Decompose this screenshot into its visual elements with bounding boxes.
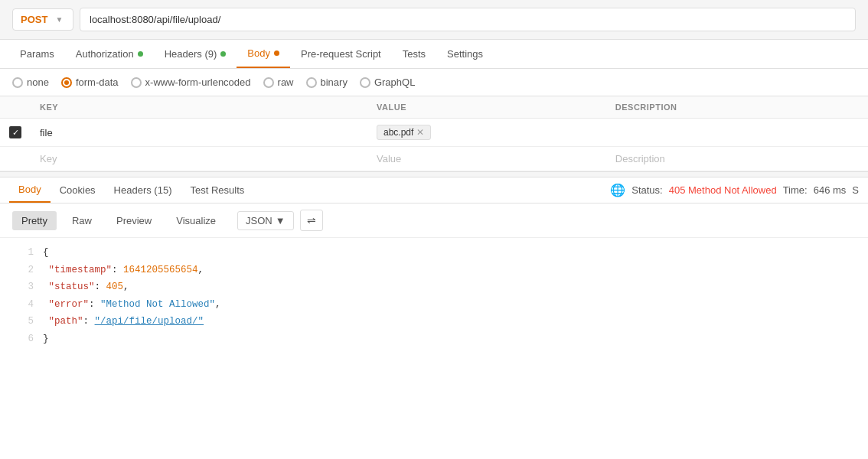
radio-x-www[interactable]: x-www-form-urlencoded xyxy=(131,76,251,88)
headers-dot xyxy=(220,51,226,57)
row-key-cell[interactable]: file xyxy=(31,119,367,147)
col-key: KEY xyxy=(31,96,367,119)
empty-value-cell[interactable]: Value xyxy=(367,147,606,171)
globe-icon: 🌐 xyxy=(610,183,625,197)
tab-pre-request[interactable]: Pre-request Script xyxy=(290,41,392,67)
radio-graphql-circle xyxy=(360,77,370,88)
table-empty-row: Key Value Description xyxy=(0,147,868,171)
status-badge: 405 Method Not Allowed xyxy=(669,184,777,196)
tab-params[interactable]: Params xyxy=(9,41,65,67)
json-line-3: 3 "status": 405, xyxy=(12,278,856,296)
col-check xyxy=(0,96,31,119)
json-line-1: 1{ xyxy=(12,244,856,262)
empty-description-cell[interactable]: Description xyxy=(606,147,868,171)
section-divider xyxy=(0,171,868,177)
url-bar: POST ▼ xyxy=(0,0,868,40)
time-value: 646 ms xyxy=(814,184,847,196)
response-toolbar: Pretty Raw Preview Visualize JSON ▼ ⇌ xyxy=(0,203,868,238)
body-dot xyxy=(274,50,279,56)
json-line-6: 6} xyxy=(12,330,856,348)
method-label: POST xyxy=(21,14,47,25)
radio-raw-circle xyxy=(263,77,274,88)
wrap-icon: ⇌ xyxy=(307,214,316,226)
radio-binary[interactable]: binary xyxy=(306,76,348,88)
checkbox-checked-icon: ✓ xyxy=(9,126,21,138)
time-label: Time: xyxy=(783,184,808,196)
response-tab-headers[interactable]: Headers (15) xyxy=(105,178,181,202)
method-chevron-icon: ▼ xyxy=(55,15,63,24)
view-btn-raw[interactable]: Raw xyxy=(63,211,101,230)
kv-table-header: KEY VALUE DESCRIPTION xyxy=(0,96,868,119)
response-status-area: 🌐 Status: 405 Method Not Allowed Time: 6… xyxy=(610,183,859,197)
json-line-4: 4 "error": "Method Not Allowed", xyxy=(12,296,856,314)
empty-key-cell[interactable]: Key xyxy=(31,147,367,171)
row-value-cell[interactable]: abc.pdf ✕ xyxy=(367,119,606,147)
tab-headers[interactable]: Headers (9) xyxy=(154,41,237,67)
status-label: Status: xyxy=(631,184,662,196)
radio-none[interactable]: none xyxy=(12,76,49,88)
row-description-cell[interactable] xyxy=(606,119,868,147)
radio-form-data-circle xyxy=(61,77,72,88)
format-chevron-icon: ▼ xyxy=(276,215,286,226)
view-btn-visualize[interactable]: Visualize xyxy=(167,211,225,230)
col-value: VALUE xyxy=(367,96,606,119)
col-description: DESCRIPTION xyxy=(606,96,868,119)
size-label: S xyxy=(852,184,859,196)
file-chip: abc.pdf ✕ xyxy=(377,125,431,140)
radio-graphql[interactable]: GraphQL xyxy=(360,76,415,88)
radio-none-circle xyxy=(12,77,23,88)
response-tab-body[interactable]: Body xyxy=(9,177,51,203)
tab-authorization[interactable]: Authorization xyxy=(65,41,154,67)
tab-tests[interactable]: Tests xyxy=(392,41,436,67)
tab-settings[interactable]: Settings xyxy=(436,41,494,67)
request-tab-bar: Params Authorization Headers (9) Body Pr… xyxy=(0,40,868,69)
url-input[interactable] xyxy=(80,8,856,31)
file-chip-remove[interactable]: ✕ xyxy=(416,127,424,138)
method-select[interactable]: POST ▼ xyxy=(12,8,73,31)
table-row: ✓ file abc.pdf ✕ xyxy=(0,119,868,147)
response-tab-cookies[interactable]: Cookies xyxy=(51,178,105,202)
authorization-dot xyxy=(138,51,143,57)
row-checkbox[interactable]: ✓ xyxy=(0,119,31,147)
wrap-button[interactable]: ⇌ xyxy=(300,210,323,231)
radio-x-www-circle xyxy=(131,77,142,88)
radio-form-data[interactable]: form-data xyxy=(61,76,119,88)
json-line-5: 5 "path": "/api/file/upload/" xyxy=(12,313,856,330)
view-btn-pretty[interactable]: Pretty xyxy=(12,211,57,230)
radio-raw[interactable]: raw xyxy=(263,76,294,88)
radio-binary-circle xyxy=(306,77,317,88)
body-type-bar: none form-data x-www-form-urlencoded raw… xyxy=(0,69,868,96)
json-response: 1{ 2 "timestamp": 1641205565654, 3 "stat… xyxy=(0,238,868,353)
tab-body[interactable]: Body xyxy=(237,40,290,68)
json-line-2: 2 "timestamp": 1641205565654, xyxy=(12,262,856,279)
response-tab-bar: Body Cookies Headers (15) Test Results 🌐… xyxy=(0,177,868,203)
format-select[interactable]: JSON ▼ xyxy=(237,211,294,230)
kv-table: KEY VALUE DESCRIPTION ✓ file abc.pdf ✕ xyxy=(0,96,868,171)
response-tab-test-results[interactable]: Test Results xyxy=(181,178,253,202)
view-btn-preview[interactable]: Preview xyxy=(107,211,161,230)
